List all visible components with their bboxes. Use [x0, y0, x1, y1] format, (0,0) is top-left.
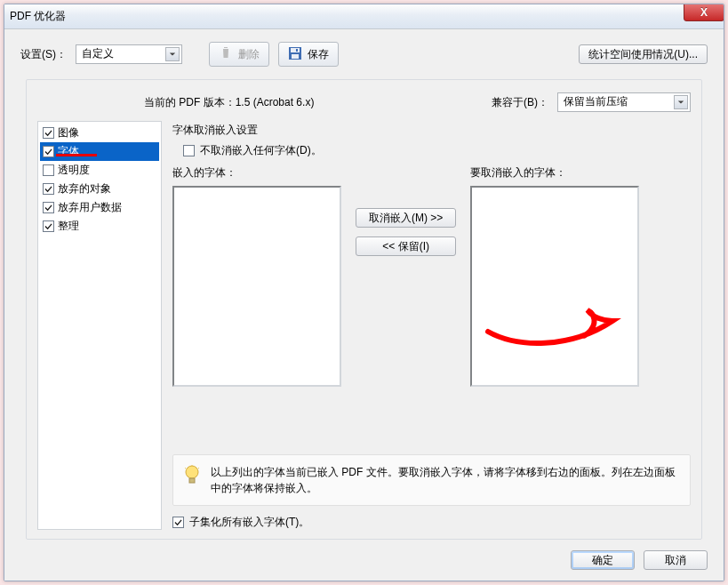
checkbox-icon[interactable]	[43, 202, 54, 213]
category-list[interactable]: 图像 字体 透明度 放弃的对象	[37, 121, 162, 530]
chevron-down-icon	[674, 95, 688, 109]
unembed-column: 要取消嵌入的字体：	[470, 164, 639, 387]
font-panel-heading: 字体取消嵌入设置	[172, 123, 691, 138]
category-label: 放弃用户数据	[58, 200, 122, 215]
window-title: PDF 优化器	[10, 9, 66, 24]
close-button[interactable]: X	[684, 4, 724, 21]
embedded-fonts-list[interactable]	[172, 186, 341, 387]
settings-label: 设置(S)：	[20, 47, 67, 62]
checkbox-icon[interactable]	[43, 220, 54, 232]
annotation-red-line	[56, 154, 97, 156]
titlebar[interactable]: PDF 优化器 X	[4, 4, 724, 29]
svg-rect-2	[292, 54, 299, 59]
subset-label: 子集化所有嵌入字体(T)。	[189, 515, 309, 530]
dialog-footer: 确定 取消	[20, 540, 708, 570]
font-panel: 字体取消嵌入设置 不取消嵌入任何字体(D)。 嵌入的字体： 取消嵌入(M) >>…	[172, 121, 691, 530]
ok-label: 确定	[592, 553, 613, 568]
main-group: 当前的 PDF 版本：1.5 (Acrobat 6.x) 兼容于(B)： 保留当…	[26, 79, 702, 540]
svg-point-4	[186, 466, 198, 478]
settings-select[interactable]: 自定义	[76, 44, 182, 64]
annotation-squiggle-icon	[481, 300, 632, 353]
audit-button[interactable]: 统计空间使用情况(U)...	[579, 44, 708, 64]
category-label: 字体	[58, 144, 79, 159]
delete-label: 删除	[238, 47, 260, 62]
category-item-discard-userdata[interactable]: 放弃用户数据	[40, 198, 159, 217]
ok-button[interactable]: 确定	[571, 550, 635, 570]
category-label: 整理	[58, 219, 79, 234]
unembed-button[interactable]: 取消嵌入(M) >>	[356, 208, 456, 228]
subset-checkbox[interactable]	[172, 517, 184, 528]
current-version-label: 当前的 PDF 版本：1.5 (Acrobat 6.x)	[144, 95, 314, 110]
unembed-button-label: 取消嵌入(M) >>	[369, 211, 443, 226]
dialog-window: PDF 优化器 X 设置(S)： 自定义 删除 保存	[4, 4, 724, 581]
chevron-down-icon	[165, 47, 180, 61]
category-label: 图像	[58, 125, 79, 140]
embedded-fonts-label: 嵌入的字体：	[172, 165, 341, 180]
embedded-column: 嵌入的字体：	[172, 164, 341, 387]
compat-select-value: 保留当前压缩	[564, 95, 628, 108]
category-item-images[interactable]: 图像	[40, 124, 159, 142]
cancel-label: 取消	[665, 553, 686, 568]
checkbox-icon[interactable]	[43, 164, 54, 176]
compat-label: 兼容于(B)：	[492, 95, 548, 110]
delete-button[interactable]: 删除	[209, 42, 269, 67]
checkbox-icon[interactable]	[43, 127, 54, 139]
info-text: 以上列出的字体当前已嵌入 PDF 文件。要取消嵌入字体，请将字体移到右边的面板。…	[211, 464, 681, 496]
audit-label: 统计空间使用情况(U)...	[588, 47, 698, 62]
client-area: 设置(S)： 自定义 删除 保存 统计空间使用情况(U)...	[4, 29, 724, 581]
compat-select[interactable]: 保留当前压缩	[557, 92, 691, 112]
checkbox-icon[interactable]	[43, 146, 54, 157]
settings-select-value: 自定义	[82, 47, 114, 60]
transfer-buttons: 取消嵌入(M) >> << 保留(I)	[356, 164, 456, 256]
category-label: 透明度	[58, 163, 90, 178]
keep-button[interactable]: << 保留(I)	[356, 236, 456, 256]
version-row: 当前的 PDF 版本：1.5 (Acrobat 6.x) 兼容于(B)： 保留当…	[37, 89, 691, 121]
category-item-fonts[interactable]: 字体	[40, 142, 159, 161]
svg-rect-1	[291, 48, 300, 52]
unembed-fonts-label: 要取消嵌入的字体：	[470, 165, 639, 180]
info-box: 以上列出的字体当前已嵌入 PDF 文件。要取消嵌入字体，请将字体移到右边的面板。…	[172, 454, 691, 506]
cancel-button[interactable]: 取消	[644, 550, 708, 570]
no-unembed-checkbox[interactable]	[183, 145, 195, 156]
svg-rect-3	[296, 49, 298, 52]
lightbulb-icon	[182, 464, 202, 487]
save-label: 保存	[308, 47, 329, 62]
trash-icon	[219, 46, 233, 63]
floppy-icon	[288, 46, 302, 63]
close-icon: X	[700, 6, 708, 19]
category-item-cleanup[interactable]: 整理	[40, 217, 159, 236]
save-button[interactable]: 保存	[278, 42, 339, 67]
keep-button-label: << 保留(I)	[382, 239, 429, 254]
svg-rect-5	[189, 478, 195, 483]
category-label: 放弃的对象	[58, 181, 111, 196]
category-item-transparency[interactable]: 透明度	[40, 161, 159, 180]
checkbox-icon[interactable]	[43, 183, 54, 195]
no-unembed-label: 不取消嵌入任何字体(D)。	[200, 143, 322, 158]
unembed-fonts-list[interactable]	[470, 186, 639, 387]
category-item-discard-objects[interactable]: 放弃的对象	[40, 180, 159, 198]
